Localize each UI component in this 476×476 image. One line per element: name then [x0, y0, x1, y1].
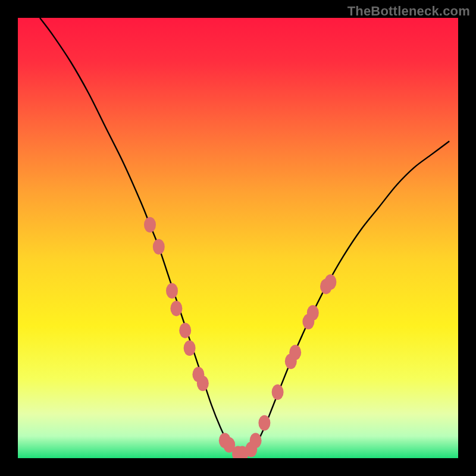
bottleneck-curve	[40, 18, 449, 455]
highlight-dot	[258, 415, 270, 431]
highlight-dots	[144, 217, 336, 458]
highlight-dot	[166, 283, 178, 299]
highlight-dot	[144, 217, 156, 233]
highlight-dot	[153, 239, 165, 255]
highlight-dot	[184, 340, 196, 356]
highlight-dot	[289, 345, 301, 360]
highlight-dot	[250, 433, 262, 448]
highlight-dot	[179, 322, 191, 338]
chart-stage: TheBottleneck.com	[0, 0, 476, 476]
curve-overlay	[18, 18, 458, 458]
highlight-dot	[324, 274, 336, 290]
highlight-dot	[170, 300, 182, 316]
highlight-dot	[307, 305, 319, 321]
plot-area	[18, 18, 458, 458]
watermark-text: TheBottleneck.com	[347, 4, 470, 19]
highlight-dot	[197, 375, 209, 391]
highlight-dot	[272, 384, 284, 400]
